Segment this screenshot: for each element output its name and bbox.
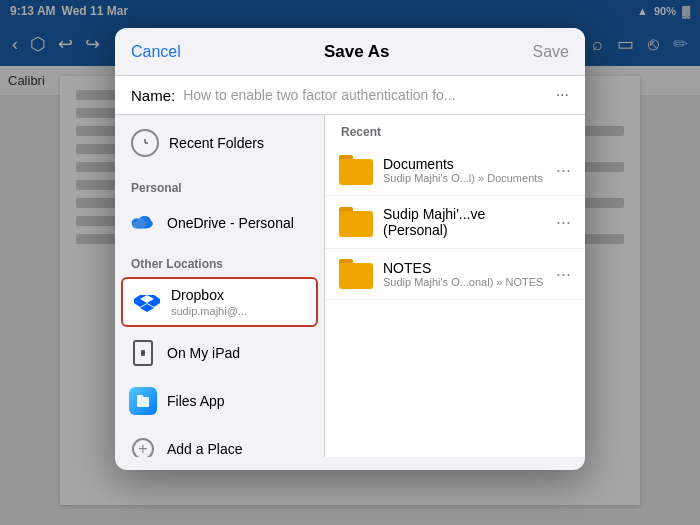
files-app-icon [129,387,157,415]
folder-text-documents: Documents Sudip Majhi's O...l) » Documen… [383,156,546,184]
folder-menu-personal[interactable]: ··· [556,212,571,233]
folder-path-notes: Sudip Majhi's O...onal) » NOTES [383,276,546,288]
modal-right-panel: Recent Documents Sudip Majhi's O...l) » … [325,115,585,457]
folder-name-documents: Documents [383,156,546,172]
clock-icon [131,129,159,157]
folder-name-personal: Sudip Majhi'...ve (Personal) [383,206,546,238]
modal-header: Cancel Save As Save [115,28,585,76]
save-button[interactable]: Save [533,43,569,61]
folder-name-notes: NOTES [383,260,546,276]
onedrive-icon [129,209,157,237]
sidebar-item-ipad[interactable]: On My iPad [115,329,324,377]
onedrive-label: OneDrive - Personal [167,215,294,231]
folder-row-documents[interactable]: Documents Sudip Majhi's O...l) » Documen… [325,145,585,196]
cancel-button[interactable]: Cancel [131,43,181,61]
folder-row-notes[interactable]: NOTES Sudip Majhi's O...onal) » NOTES ··… [325,249,585,300]
dropbox-icon [133,288,161,316]
other-locations-label: Other Locations [115,247,324,275]
ipad-icon [129,339,157,367]
recent-panel-header: Recent [325,115,585,145]
folder-icon-documents [339,155,373,185]
dropbox-sublabel: sudip.majhi@... [171,305,247,317]
folder-path-documents: Sudip Majhi's O...l) » Documents [383,172,546,184]
folder-icon-personal [339,207,373,237]
files-app-label: Files App [167,393,225,409]
sidebar-item-recent-folders[interactable]: Recent Folders [115,115,324,171]
sidebar-item-add-place[interactable]: + Add a Place [115,425,324,457]
folder-menu-documents[interactable]: ··· [556,160,571,181]
modal-body: Recent Folders Personal OneDrive - Perso… [115,115,585,457]
folder-text-notes: NOTES Sudip Majhi's O...onal) » NOTES [383,260,546,288]
file-name-input[interactable]: How to enable two factor authentication … [183,87,547,103]
sidebar-item-onedrive[interactable]: OneDrive - Personal [115,199,324,247]
name-field-row: Name: How to enable two factor authentic… [115,76,585,115]
sidebar-item-dropbox[interactable]: Dropbox sudip.majhi@... [121,277,318,327]
add-place-icon: + [129,435,157,457]
dropbox-label: Dropbox [171,287,247,303]
personal-section-label: Personal [115,171,324,199]
save-as-modal: Cancel Save As Save Name: How to enable … [115,28,585,470]
folder-menu-notes[interactable]: ··· [556,264,571,285]
ipad-label: On My iPad [167,345,240,361]
name-ellipsis: ··· [556,86,569,104]
recent-folders-label: Recent Folders [169,135,264,151]
folder-text-personal: Sudip Majhi'...ve (Personal) [383,206,546,238]
name-label: Name: [131,87,175,104]
sidebar-item-files-app[interactable]: Files App [115,377,324,425]
add-place-label: Add a Place [167,441,243,457]
modal-title: Save As [324,42,390,62]
modal-sidebar: Recent Folders Personal OneDrive - Perso… [115,115,325,457]
folder-icon-notes [339,259,373,289]
folder-row-personal[interactable]: Sudip Majhi'...ve (Personal) ··· [325,196,585,249]
